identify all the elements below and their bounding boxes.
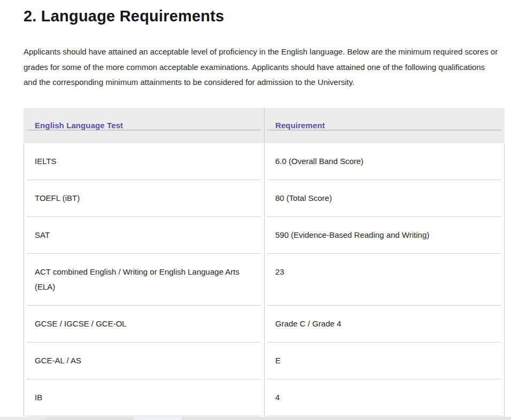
bottom-strip-segment: [45, 417, 134, 420]
cell-requirement: E: [264, 343, 505, 379]
cell-requirement: 4: [264, 379, 505, 416]
cell-requirement: 6.0 (Overall Band Score): [264, 143, 505, 180]
column-header-requirement: Requirement: [264, 121, 505, 130]
cell-test: IELTS: [24, 143, 264, 180]
page: 2. Language Requirements Applicants shou…: [0, 0, 511, 420]
cell-test: TOEFL (iBT): [24, 180, 264, 217]
bottom-strip-segment: [0, 417, 45, 420]
cell-test: GCE-AL / AS: [24, 343, 264, 379]
cell-test: IB: [24, 379, 264, 416]
cell-test: GCSE / IGCSE / GCE-OL: [24, 306, 264, 343]
cell-requirement: Grade C / Grade 4: [264, 306, 505, 343]
cell-requirement: 23: [264, 254, 505, 306]
bottom-strip: [0, 417, 511, 420]
intro-paragraph: Applicants should have attained an accep…: [24, 44, 500, 90]
bottom-strip-segment: [182, 417, 511, 420]
content-area: 2. Language Requirements Applicants shou…: [24, 0, 505, 416]
bottom-strip-segment: [134, 417, 182, 420]
cell-requirement: 80 (Total Score): [264, 180, 505, 217]
cell-test: SAT: [24, 217, 264, 254]
requirements-table: English Language Test Requirement IELTS …: [24, 108, 505, 416]
cell-test: ACT combined English / Writing or Englis…: [24, 254, 264, 306]
page-title: 2. Language Requirements: [24, 0, 505, 26]
table-column-divider: [264, 108, 265, 416]
cell-requirement: 590 (Evidence-Based Reading and Writing): [264, 217, 505, 254]
column-header-test: English Language Test: [24, 121, 264, 130]
